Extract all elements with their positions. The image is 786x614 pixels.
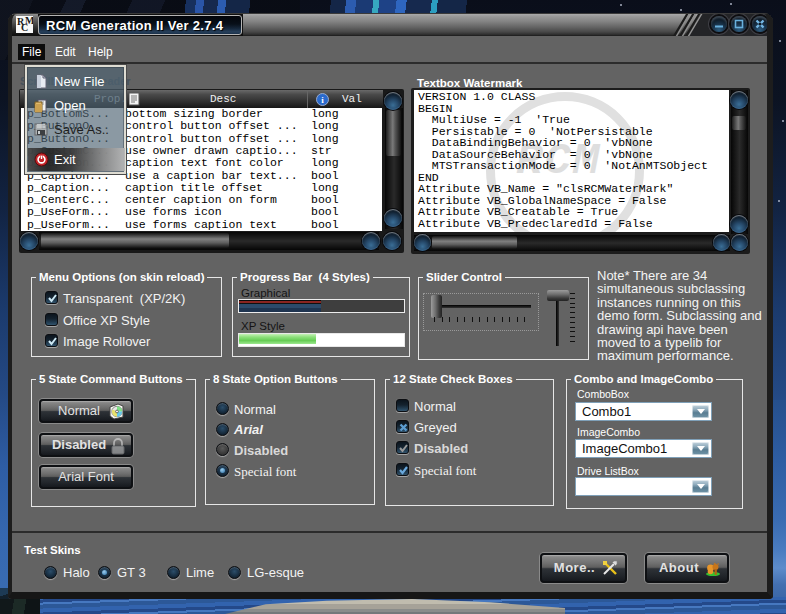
svg-text:C: C (21, 22, 28, 33)
